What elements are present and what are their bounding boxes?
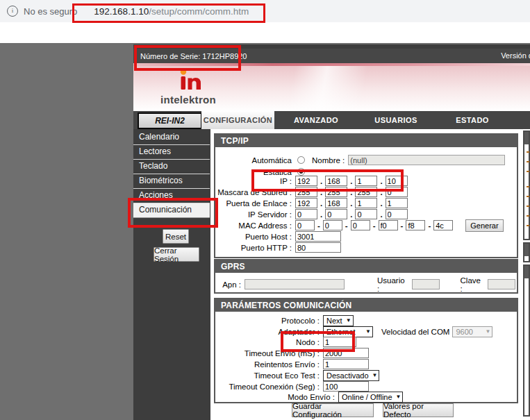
help-text-fragment [527,196,529,197]
generar-button[interactable]: Generar [465,219,503,232]
ip-octet-2[interactable] [325,176,347,186]
dot-separator: . [320,210,322,219]
usuario-label: Usuario : [377,276,409,293]
nodo-label: Nodo : [217,338,323,346]
help-panel-sliver [523,264,530,417]
dot-separator: . [380,177,382,185]
sidebar-item-lectores[interactable]: Lectores [133,145,210,160]
url-field[interactable]: 192.168.1.10/setup/comm/comm.htm [84,3,258,19]
nombre-input[interactable] [348,155,505,165]
chevron-down-icon: ▼ [396,394,401,400]
sidebar-item-calendario[interactable]: Calendario [133,131,210,145]
timeout-envio-row: Timeout Envío (mS) : [217,347,515,359]
tab-avanzado[interactable]: AVANZADO [274,111,358,129]
serial-number-bar: Número de Serie: 1712HP8920 Versión d [133,49,530,63]
gateway-octet-1[interactable] [295,198,317,208]
mask-octet-3[interactable] [355,187,377,197]
protocolo-select[interactable]: Next▼ [323,315,354,326]
help-text-fragment [527,186,529,187]
timeout-envio-input[interactable] [323,348,369,358]
ip-octet-3[interactable] [355,176,377,186]
help-text-fragment [527,151,529,153]
dot-separator: . [320,199,322,208]
server-octet-4[interactable] [386,209,408,219]
timeout-conexion-label: Timeout Conexión (Seg) : [217,383,323,391]
reset-button[interactable]: Reset [163,229,189,244]
modo-envio-select[interactable]: Online / Offline▼ [338,392,403,403]
not-secure-label: No es seguro [24,6,77,17]
intelektron-logo-icon [176,69,201,92]
help-text-fragment [527,161,529,162]
usuario-input[interactable] [412,279,440,289]
mac-byte-5[interactable] [406,220,425,230]
dot-separator: . [380,199,382,208]
clave-input[interactable] [488,279,515,289]
url-host: 192.168.1.10 [94,6,149,17]
mask-label: Mascara de Subred : [217,188,295,196]
timeout-conexion-input[interactable] [323,381,369,392]
device-name-button[interactable]: REI-IN2 [138,112,202,129]
nodo-input[interactable] [323,337,356,347]
intelektron-logo-text: intelektron [150,94,226,106]
automatica-label: Automática [217,156,295,165]
protocolo-label: Protocolo : [217,317,323,325]
tab-configuracion[interactable]: CONFIGURACIÓN [201,111,274,129]
content-area: TCP/IP Automática Nombre : Estática IP :… [210,129,530,420]
valores-por-defecto-button[interactable]: Valores por Defecto [383,403,454,417]
dot-separator: . [320,177,322,185]
sidebar-item-acciones[interactable]: Acciones [133,189,210,203]
ip-octet-1[interactable] [295,176,317,186]
sidebar-item-teclado[interactable]: Teclado [133,160,210,174]
chevron-down-icon: ▼ [372,372,378,378]
gateway-octet-4[interactable] [386,198,408,208]
apn-input[interactable] [245,279,345,289]
ip-octet-4[interactable] [386,176,408,186]
help-panel-header [524,132,529,144]
puerto-host-input[interactable] [295,231,341,242]
gateway-octet-2[interactable] [325,198,347,208]
dash-separator: - [345,221,348,230]
puerto-http-label: Puerto HTTP : [217,244,295,252]
dot-separator: . [350,210,352,219]
dot-separator: . [350,177,352,185]
tcpip-server-row: IP Servidor : . . . [217,208,515,220]
chevron-down-icon: ▼ [346,317,351,324]
tab-usuarios[interactable]: USUARIOS [358,111,434,129]
tcpip-section: TCP/IP Automática Nombre : Estática IP :… [214,133,518,258]
modo-envio-label: Modo Envío : [217,393,338,401]
tcpip-section-header: TCP/IP [215,135,517,147]
help-panel-header [524,244,529,256]
logout-button[interactable]: Cerrar Sesión [154,247,199,262]
tcpip-http-row: Puerto HTTP : [217,242,515,253]
server-octet-1[interactable] [295,209,317,219]
sidebar-item-comunicacion[interactable]: Comunicación [133,203,210,218]
browser-address-bar: i No es seguro 192.168.1.10/setup/comm/c… [0,0,530,23]
server-octet-2[interactable] [325,209,347,219]
mask-octet-2[interactable] [325,187,347,197]
puerto-http-input[interactable] [295,242,341,253]
tab-estado[interactable]: ESTADO [434,111,511,129]
mac-byte-2[interactable] [323,220,342,230]
page-info-icon[interactable]: i [7,6,18,17]
nodo-row: Nodo : [217,336,515,348]
intelektron-logo: intelektron [150,69,226,106]
mac-byte-6[interactable] [433,220,453,230]
server-octet-3[interactable] [355,209,377,219]
guardar-configuracion-button[interactable]: Guardar Configuración [292,403,374,417]
sidebar-item-biometricos[interactable]: Biométricos [133,174,210,189]
mask-octet-4[interactable] [386,187,408,197]
mask-octet-1[interactable] [295,187,317,197]
gprs-row: Apn : Usuario : Clave : [217,278,515,290]
main-tab-bar: REI-IN2 CONFIGURACIÓN AVANZADO USUARIOS … [133,111,530,129]
gateway-octet-3[interactable] [355,198,377,208]
reintentos-input[interactable] [323,359,369,369]
mac-byte-4[interactable] [379,220,398,230]
mac-byte-1[interactable] [295,220,315,230]
automatica-radio[interactable] [297,156,305,164]
mac-byte-3[interactable] [351,220,370,230]
eco-test-select[interactable]: Desactivado▼ [323,370,379,381]
tcpip-mac-row: MAC Address : - - - - - Generar [217,219,515,231]
help-text-fragment [527,171,529,172]
parametros-section: PARÁMETROS COMUNICACIÓN Protocolo : Next… [214,298,518,403]
help-panel-sliver [523,131,530,240]
